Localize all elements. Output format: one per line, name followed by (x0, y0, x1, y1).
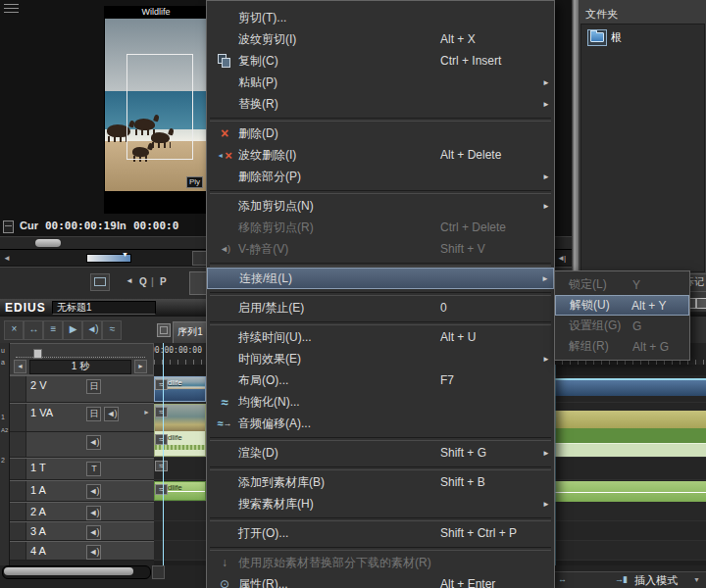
menu-item-paste[interactable]: 粘贴(P)► (207, 72, 554, 93)
waveform-toggle-icon[interactable]: ≈ (155, 461, 168, 471)
menu-item-cut[interactable]: 剪切(T)... (207, 7, 554, 28)
wave-tool-icon[interactable]: ≈ (102, 320, 122, 340)
speaker-icon[interactable]: ◄) (104, 407, 119, 421)
speaker-icon[interactable]: ◄) (86, 525, 101, 540)
track-name[interactable]: 1 VA (30, 407, 53, 418)
playhead[interactable] (163, 343, 164, 565)
clip-marker-icon (3, 220, 14, 233)
window-menu-icon[interactable] (4, 3, 19, 14)
zoom-level-value[interactable]: 1 秒 (29, 360, 131, 374)
panel-splitter[interactable] (572, 0, 579, 312)
menu-item-ripple-delete[interactable]: 波纹删除(I)Alt + Delete (207, 144, 554, 166)
ripple-trim-icon[interactable]: ↔ (24, 320, 43, 340)
speaker-tool-icon[interactable]: ◄) (82, 320, 102, 340)
menu-item-add-to-bin[interactable]: 添加到素材库(B)Shift + B (207, 471, 554, 493)
track-header-2v[interactable]: 2 V 日 (10, 375, 154, 403)
jog-left-icon[interactable]: ◄ (126, 276, 133, 285)
track-lane[interactable] (154, 521, 206, 541)
clip-band-audio[interactable] (554, 481, 706, 502)
mode-dropdown-icon[interactable]: ▼ (693, 576, 700, 583)
video-enable-icon[interactable]: 日 (86, 407, 101, 421)
insert-tool-icon[interactable]: ▶ (63, 320, 82, 340)
clip-band-va-audio[interactable] (554, 428, 706, 443)
horizontal-scrollbar[interactable] (2, 565, 151, 579)
tab-sequence-1[interactable]: 序列1 (173, 321, 208, 343)
zoom-out-icon[interactable]: ◄ (14, 360, 26, 373)
track-name[interactable]: 2 V (30, 379, 47, 391)
track-lane[interactable] (554, 541, 706, 561)
menu-item-layout[interactable]: 布局(O)...F7 (207, 369, 554, 391)
layout-selection-box[interactable] (126, 54, 193, 160)
track-name[interactable]: 1 T (30, 462, 46, 473)
speaker-icon[interactable]: ◄) (86, 545, 101, 560)
track-header-4a[interactable]: 4 A ◄) (10, 541, 154, 561)
submenu-item-unlock[interactable]: 解锁(U)Alt + Y (555, 295, 689, 316)
menu-item-duration[interactable]: 持续时间(U)...Alt + U (207, 326, 554, 348)
menu-item-shortcut: Alt + Delete (440, 148, 538, 162)
menu-item-render[interactable]: 渲染(D)Shift + G► (207, 442, 554, 464)
track-header-1t[interactable]: 1 T T (10, 458, 154, 480)
track-lane[interactable] (554, 521, 706, 541)
insert-mode-icon[interactable]: →▮ (615, 574, 627, 584)
zoom-slider-handle[interactable] (33, 349, 42, 359)
menu-item-link-group[interactable]: 连接/组(L)► (207, 268, 554, 289)
copy-tool-icon[interactable]: ≡ (43, 320, 63, 340)
speaker-icon[interactable]: ◄) (86, 435, 101, 450)
timeline-ruler[interactable]: 00:00:00:00 (154, 343, 206, 366)
track-name[interactable]: 3 A (30, 525, 46, 537)
zoom-tool-icon[interactable]: Q (139, 276, 147, 287)
view-list-icon[interactable] (696, 298, 706, 309)
menu-item-delete[interactable]: 删除(D) (207, 122, 554, 144)
menu-item-delete-parts[interactable]: 删除部分(P)► (207, 166, 554, 187)
waveform-toggle-icon[interactable]: ≈ (155, 379, 168, 390)
track-name[interactable]: 4 A (30, 545, 46, 557)
speaker-icon[interactable]: ◄) (86, 506, 101, 520)
track-lane[interactable] (154, 502, 206, 521)
track-lane[interactable] (554, 458, 706, 480)
menu-item-audio-offset[interactable]: 音频偏移(A)... (207, 413, 554, 434)
waveform-toggle-icon[interactable]: ≈ (155, 407, 168, 417)
track-header-2a[interactable]: 2 A ◄) (10, 502, 154, 521)
clip-band-video[interactable] (554, 378, 706, 396)
video-enable-icon[interactable]: 日 (86, 379, 101, 394)
speaker-icon[interactable]: ◄) (86, 484, 101, 499)
preview-mode-button[interactable] (192, 251, 207, 266)
scroll-left-icon[interactable]: ◄ (3, 254, 11, 263)
cut-icon[interactable]: × (4, 320, 24, 340)
waveform-toggle-icon[interactable]: ≈ (155, 484, 168, 495)
waveform-toggle-icon[interactable]: ≈ (155, 434, 168, 445)
monitor-icon[interactable] (90, 273, 110, 291)
track-pad (10, 404, 26, 457)
slider-handle[interactable] (35, 239, 61, 247)
prev-frame-icon[interactable]: ◄| (557, 254, 565, 263)
menu-item-open[interactable]: 打开(O)...Shift + Ctrl + P (207, 522, 554, 544)
track-header-3a[interactable]: 3 A ◄) (10, 521, 154, 541)
no-icon (211, 7, 238, 28)
zoom-in-icon[interactable]: ► (134, 360, 147, 373)
track-name[interactable]: 2 A (30, 506, 46, 517)
menu-item-search-bin[interactable]: 搜索素材库(H)► (207, 493, 554, 514)
sync-mode-icon[interactable]: ↔ (558, 574, 567, 584)
menu-item-time-effect[interactable]: 时间效果(E)► (207, 348, 554, 369)
clip-band-va-waveform[interactable] (554, 443, 706, 457)
menu-item-ripple-cut[interactable]: 波纹剪切(I)Alt + X (207, 28, 554, 50)
title-track-icon[interactable]: T (86, 462, 101, 476)
tree-item-root[interactable]: 根 (587, 29, 622, 45)
track-header-1va[interactable]: 1 VA 日 ◄) ► ◄) (10, 403, 154, 458)
scrollbar-thumb[interactable] (4, 567, 133, 575)
menu-item-replace[interactable]: 替换(R)► (207, 93, 554, 115)
menu-item-add-cut-point[interactable]: 添加剪切点(N)► (207, 195, 554, 217)
menu-item-normalize[interactable]: 均衡化(N)... (207, 391, 554, 413)
track-name[interactable]: 1 A (30, 484, 46, 496)
menu-item-copy[interactable]: 复制(C)Ctrl + Insert (207, 50, 554, 72)
scrollbar-button[interactable] (152, 565, 165, 579)
menu-item-enable-disable[interactable]: 启用/禁止(E)0 (207, 297, 554, 318)
track-lane[interactable] (154, 541, 206, 561)
clip-band-va-video[interactable] (554, 411, 706, 428)
expander-icon[interactable]: ► (143, 409, 150, 416)
menu-item-properties[interactable]: 属性(R)...Alt + Enter (207, 573, 554, 588)
track-lane[interactable] (554, 502, 706, 521)
zoom-slider[interactable] (16, 348, 145, 358)
flag-tool-icon[interactable]: P (160, 276, 167, 287)
track-header-1a[interactable]: 1 A ◄) (10, 480, 154, 502)
